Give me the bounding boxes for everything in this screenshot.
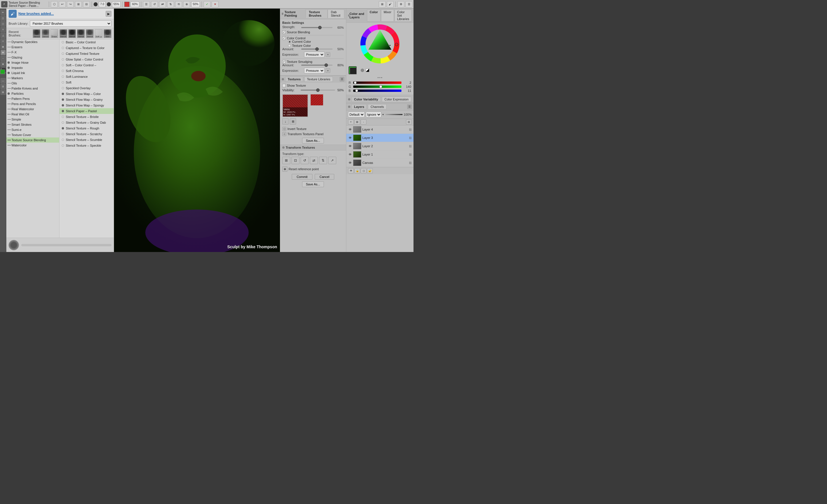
toolbar-btn-redo[interactable]: ↪ (67, 1, 74, 7)
toolbar-btn-fill[interactable]: ⊟ (83, 1, 90, 7)
brush-cat-simple[interactable]: Simple (6, 117, 59, 122)
color-swatch-toolbar[interactable] (124, 2, 130, 7)
tool-extra2[interactable]: ⊡ (1, 84, 6, 89)
color-opacity-input[interactable]: 60% (131, 1, 139, 7)
opacity-slider[interactable] (385, 114, 402, 115)
recent-thumb-5[interactable]: Stencil (68, 29, 76, 38)
tab-textures[interactable]: Textures (285, 77, 303, 82)
current-color-radio-row[interactable]: Current Color (288, 40, 344, 43)
brush-cat-palette-knives[interactable]: Palette Knives and (6, 86, 59, 91)
recent-thumb-1[interactable]: Stencil (33, 29, 41, 38)
toolbar-btn-reset[interactable]: ↺ (151, 1, 158, 7)
brush-cat-oils[interactable]: Oils (6, 81, 59, 86)
tab-color-variability[interactable]: Color Variability (351, 97, 381, 102)
variant-stencil-texture-bristle[interactable]: Stencil Texture – Bristle (59, 114, 114, 120)
tab-dab-stencil[interactable]: Dab Stencil (328, 9, 344, 18)
tool-eraser[interactable]: ◻ (1, 15, 6, 21)
tab-texture-brushes[interactable]: Texture Brushes (305, 9, 328, 18)
tab-color[interactable]: Color (367, 9, 381, 21)
brush-library-select[interactable]: Painter 2017 Brushes (30, 20, 111, 27)
variant-stencil-texture-speckle[interactable]: Stencil Texture – Speckle (59, 143, 114, 148)
transform-commit-btn[interactable]: Commit (292, 174, 312, 180)
variant-speckled-overlay[interactable]: Speckled Overlay (59, 85, 114, 91)
layer-action-shape-btn[interactable]: ◻ (361, 168, 367, 173)
toolbar-btn-check[interactable]: ✓ (204, 1, 210, 7)
g-thumb[interactable] (379, 85, 382, 88)
texture-painting-close[interactable] (282, 13, 283, 15)
brush-size-input[interactable]: 7.0 (99, 1, 106, 7)
brush-cat-glazing[interactable]: Glazing (6, 55, 59, 60)
texture-color-radio-row[interactable]: Texture Color (288, 44, 344, 47)
toolbar-btn-zoom[interactable]: ⊕ (183, 1, 190, 7)
brush-cat-dynamic-speckles[interactable]: Dynamic Speckles (6, 39, 59, 45)
transform-btn-flip-v[interactable]: ⇅ (319, 157, 327, 164)
layer-new-btn[interactable]: + (348, 119, 354, 124)
layer-row-1[interactable]: 👁 Layer 1 ⛓ (346, 150, 414, 159)
swatch-swap-btn[interactable] (361, 68, 364, 72)
textures-menu-btn[interactable]: ☰ (340, 77, 344, 82)
layer-action-eye-btn[interactable]: 👁 (348, 168, 354, 173)
r-slider[interactable] (353, 82, 401, 84)
recent-thumb-7[interactable]: Stencil (86, 29, 94, 38)
brush-cat-image-hose[interactable]: Image Hose (6, 60, 59, 65)
foreground-color-swatch[interactable] (0, 69, 5, 74)
layer-row-4[interactable]: 👁 Layer 4 ⛓ (346, 125, 414, 134)
canvas-area[interactable]: Sculpt by Mike Thompson (114, 9, 280, 252)
toolbar-btn-clear[interactable]: ⊞ (75, 1, 82, 7)
toolbar-btn-menu[interactable]: ☰ (405, 1, 412, 7)
expression-select[interactable]: Pressure (304, 52, 325, 57)
brush-cat-fx[interactable]: F-X (6, 50, 59, 55)
toolbar-btn-flip-h[interactable]: ⇄ (159, 1, 166, 7)
current-color-radio[interactable] (288, 40, 291, 43)
layer-eye-4[interactable]: 👁 (348, 128, 352, 132)
toolbar-btn-undo[interactable]: ↩ (59, 1, 66, 7)
layer-group-btn[interactable]: ⊞ (354, 119, 360, 124)
bg-color-swatch[interactable] (350, 67, 357, 74)
brush-cat-particles[interactable]: Particles (6, 91, 59, 96)
recent-thumb-9[interactable]: Sten (104, 29, 111, 38)
recent-thumb-8[interactable]: Soft Lu (95, 29, 102, 38)
zoom-input[interactable]: 50% (191, 1, 200, 7)
g-slider[interactable] (353, 86, 401, 88)
transform-textures-icon[interactable]: ⊹ (282, 132, 286, 136)
visibility-slider[interactable] (301, 90, 335, 91)
smudging-expression-icon[interactable]: ≡ (326, 68, 330, 73)
color-var-close[interactable] (348, 98, 350, 100)
smudging-slider[interactable] (301, 64, 333, 66)
recent-thumb-4[interactable]: Stencil (59, 29, 67, 38)
visibility-slider-thumb[interactable] (316, 88, 320, 92)
tool-extra3[interactable]: ⊟ (1, 90, 6, 95)
tool-shape[interactable]: △ (1, 33, 6, 38)
smudging-slider-thumb[interactable] (325, 63, 328, 67)
transform-btn-rotate[interactable]: ↺ (301, 157, 309, 164)
brush-cat-impasto[interactable]: Impasto (6, 65, 59, 70)
variant-stencil-texture-scratchy[interactable]: Stencil Texture – Scratchy (59, 131, 114, 137)
tool-extra1[interactable]: — (1, 78, 6, 83)
tool-brush[interactable]: ✏ (1, 10, 6, 15)
brush-cat-real-watercolor[interactable]: Real Watercolor (6, 106, 59, 112)
texture-small-thumb[interactable] (310, 94, 323, 106)
composite-select[interactable]: Ignore (366, 112, 381, 117)
tool-select[interactable]: ⊹ (1, 39, 6, 44)
variant-soft[interactable]: Soft (59, 80, 114, 85)
layer-row-3[interactable]: 👁 Layer 3 ⛓ (346, 134, 414, 142)
recent-thumb-3[interactable]: Erase (51, 29, 58, 38)
expression-icon[interactable]: ≡ (326, 52, 330, 57)
layer-merge-btn[interactable]: ⊟ (406, 119, 412, 124)
variant-basic-color-control[interactable]: Basic – Color Control (59, 39, 114, 45)
texture-smudging-checkbox[interactable]: ✓ (282, 60, 286, 63)
brush-cat-sumi-e[interactable]: Sumi-e (6, 127, 59, 132)
transform-save-as-btn[interactable]: Save As... (302, 182, 324, 187)
toolbar-btn-flip-v[interactable]: ⇅ (167, 1, 174, 7)
layer-chain-1[interactable]: ⛓ (409, 153, 412, 156)
tool-crop[interactable]: ⊞ (1, 44, 6, 49)
brush-cat-pens-pencils[interactable]: Pens and Pencils (6, 101, 59, 106)
toolbar-btn-brush-icon[interactable]: 🖌 (387, 1, 394, 7)
blend-mode-select[interactable]: Default (348, 112, 365, 117)
layer-eye-canvas[interactable]: 👁 (348, 161, 352, 165)
show-texture-checkbox[interactable] (282, 84, 286, 87)
tab-layers[interactable]: Layers (351, 104, 367, 109)
layer-row-2[interactable]: 👁 Layer 2 ⛓ (346, 142, 414, 150)
texture-action-down[interactable]: ↓ (282, 118, 289, 124)
textures-close[interactable] (282, 78, 284, 80)
